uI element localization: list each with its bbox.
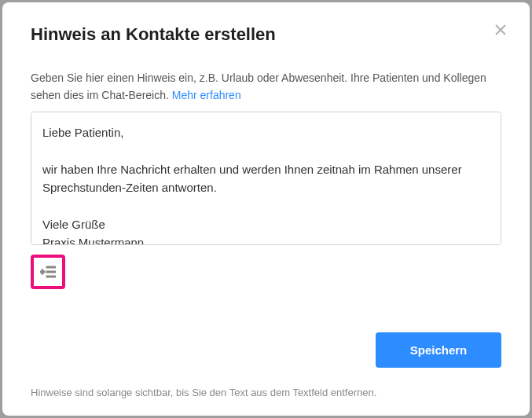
save-button[interactable]: Speichern — [376, 332, 501, 368]
modal-title: Hinweis an Kontakte erstellen — [31, 24, 501, 45]
close-button[interactable] — [490, 20, 511, 40]
insert-list-button[interactable] — [31, 255, 65, 289]
svg-rect-3 — [46, 271, 56, 273]
svg-rect-6 — [42, 270, 43, 274]
close-icon — [494, 24, 507, 36]
svg-rect-4 — [46, 276, 56, 277]
modal-footer: Speichern Hinweise sind solange sichtbar… — [31, 332, 501, 398]
modal-dialog: Hinweis an Kontakte erstellen Geben Sie … — [2, 2, 530, 416]
description-text: Geben Sie hier einen Hinweis ein, z.B. U… — [31, 72, 486, 101]
hint-textarea[interactable] — [31, 112, 501, 245]
footer-note: Hinweise sind solange sichtbar, bis Sie … — [31, 387, 501, 398]
add-list-icon — [40, 266, 56, 278]
toolbar — [31, 255, 501, 289]
svg-rect-2 — [46, 266, 56, 268]
learn-more-link[interactable]: Mehr erfahren — [172, 89, 241, 101]
modal-description: Geben Sie hier einen Hinweis ein, z.B. U… — [31, 70, 501, 104]
